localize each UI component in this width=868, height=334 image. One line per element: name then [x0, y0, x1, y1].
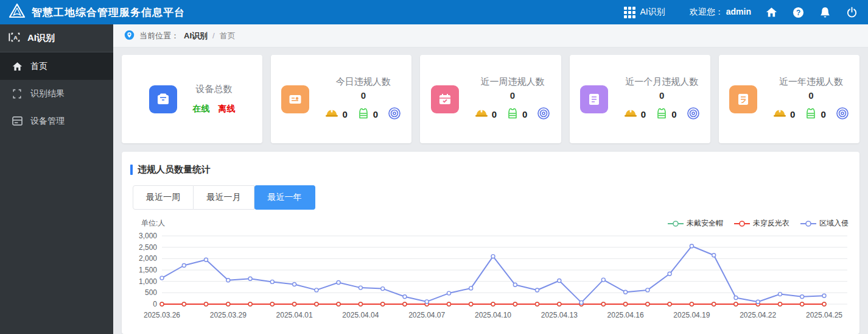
- tab-last-year[interactable]: 最近一年: [254, 185, 315, 210]
- sidebar-item-device-management[interactable]: 设备管理: [0, 107, 113, 135]
- svg-text:2025.04.22: 2025.04.22: [740, 311, 776, 319]
- card-title: 设备总数: [196, 84, 233, 95]
- svg-text:2025.04.19: 2025.04.19: [673, 311, 710, 319]
- spiral-icon: [687, 107, 700, 123]
- svg-text:1,000: 1,000: [139, 277, 157, 286]
- sidebar-item-label: 识别结果: [30, 88, 65, 99]
- stat-card-device-total: 设备总数 在线 离线: [122, 55, 262, 143]
- spiral-icon: [388, 107, 401, 123]
- vest-count: 0: [522, 109, 527, 119]
- sidebar-item-label: 首页: [30, 61, 47, 72]
- home-icon[interactable]: [765, 5, 778, 19]
- violations-chart-card: 违规人员数量统计 最近一周 最近一月 最近一年 单位:人 未戴安全帽: [122, 152, 859, 334]
- apps-grid-icon: [624, 7, 635, 18]
- legend-item-helmet[interactable]: 未戴安全帽: [668, 218, 723, 229]
- sidebar-item-recognition-results[interactable]: 识别结果: [0, 80, 113, 107]
- svg-text:A: A: [13, 35, 18, 41]
- offline-label: 离线: [219, 104, 236, 115]
- spiral-icon: [537, 107, 550, 123]
- sidebar-item-home[interactable]: 首页: [0, 52, 113, 80]
- card-title: 近一个月违规人数: [625, 76, 698, 88]
- bell-icon[interactable]: [818, 5, 831, 19]
- svg-text:2025.04.01: 2025.04.01: [276, 311, 313, 319]
- tab-last-month[interactable]: 最近一月: [194, 185, 254, 210]
- svg-text:2025.04.13: 2025.04.13: [541, 311, 578, 319]
- svg-text:1,500: 1,500: [139, 266, 157, 274]
- sidebar-title: AI识别: [27, 32, 55, 44]
- svg-text:2,500: 2,500: [139, 243, 157, 252]
- helmet-icon: [624, 108, 637, 121]
- violations-line-chart: 05001,0001,5002,0002,5003,0002025.03.262…: [130, 230, 851, 325]
- svg-text:2025.03.26: 2025.03.26: [144, 311, 180, 319]
- svg-text:2025.04.07: 2025.04.07: [408, 311, 445, 319]
- stat-card-today-violations: 今日违规人数 0 0 0: [271, 55, 411, 143]
- vest-count: 0: [671, 109, 676, 119]
- card-title: 近一年违规人数: [779, 76, 843, 88]
- report-icon: [580, 85, 608, 113]
- breadcrumb: 当前位置： AI识别 / 首页: [113, 24, 868, 48]
- sidebar-item-label: 设备管理: [30, 116, 65, 127]
- legend-item-vest[interactable]: 未穿反光衣: [734, 218, 789, 229]
- helmet-icon: [475, 108, 488, 121]
- helmet-count: 0: [790, 109, 795, 119]
- stat-card-year-violations: 近一年违规人数 0 0 0: [719, 55, 859, 143]
- helmet-icon: [773, 108, 786, 121]
- helmet-icon: [325, 108, 338, 121]
- helmet-count: 0: [342, 109, 347, 119]
- section-title: 违规人员数量统计: [130, 164, 851, 176]
- unit-label: 单位:人: [141, 218, 165, 229]
- chart-meta-row: 单位:人 未戴安全帽 未穿反光衣 区域入侵: [141, 218, 849, 229]
- chart-legend: 未戴安全帽 未穿反光衣 区域入侵: [668, 218, 849, 229]
- spiral-icon: [836, 107, 849, 123]
- power-icon[interactable]: [845, 5, 858, 19]
- range-tabs: 最近一周 最近一月 最近一年: [133, 185, 851, 210]
- stat-card-month-violations: 近一个月违规人数 0 0 0: [570, 55, 710, 143]
- card-total: 0: [808, 90, 813, 101]
- brand: 智慧工地综合管理服务信息平台: [9, 3, 185, 21]
- breadcrumb-prefix: 当前位置：: [139, 30, 179, 41]
- svg-text:2025.04.10: 2025.04.10: [475, 311, 511, 319]
- helmet-count: 0: [492, 109, 497, 119]
- sidebar-nav: 首页 识别结果 设备管理: [0, 52, 113, 135]
- main-content: 当前位置： AI识别 / 首页 设备总数 在线 离线: [113, 24, 868, 334]
- username: admin: [726, 7, 751, 18]
- stat-cards-row: 设备总数 在线 离线 今日违规人数 0: [122, 55, 859, 143]
- page: 智慧工地综合管理服务信息平台 AI识别 欢迎您： admin ?: [0, 0, 868, 334]
- svg-text:2025.03.29: 2025.03.29: [210, 311, 247, 319]
- welcome-text: 欢迎您： admin: [690, 7, 751, 18]
- sidebar: A AI识别 首页 识别结果: [0, 24, 113, 334]
- document-icon: [729, 85, 757, 113]
- home-icon: [11, 62, 23, 71]
- stat-card-week-violations: 近一周违规人数 0 0 0: [420, 55, 561, 143]
- location-pin-icon: [124, 30, 135, 42]
- card-total: 0: [510, 90, 515, 101]
- svg-text:2025.04.25: 2025.04.25: [806, 311, 842, 319]
- breadcrumb-current: 首页: [220, 30, 236, 41]
- svg-text:2025.04.16: 2025.04.16: [607, 311, 644, 319]
- title-accent-bar: [130, 165, 133, 175]
- vest-icon: [656, 108, 668, 121]
- legend-item-intrusion[interactable]: 区域入侵: [800, 218, 849, 229]
- device-icon: [11, 116, 23, 126]
- breadcrumb-root: AI识别: [184, 30, 208, 41]
- helmet-count: 0: [641, 109, 646, 119]
- vest-count: 0: [373, 109, 378, 119]
- top-bar: 智慧工地综合管理服务信息平台 AI识别 欢迎您： admin ?: [0, 0, 868, 24]
- welcome-label: 欢迎您：: [690, 7, 724, 18]
- vest-icon: [357, 108, 369, 121]
- svg-text:500: 500: [145, 288, 157, 297]
- app-title: 智慧工地综合管理服务信息平台: [32, 5, 185, 20]
- app-switcher[interactable]: AI识别: [624, 7, 665, 18]
- sidebar-header: A AI识别: [0, 24, 113, 52]
- app-switcher-label: AI识别: [640, 7, 665, 18]
- section-title-text: 违规人员数量统计: [138, 164, 211, 176]
- id-card-icon: [281, 85, 309, 113]
- tab-last-week[interactable]: 最近一周: [133, 185, 194, 210]
- svg-text:3,000: 3,000: [139, 232, 157, 240]
- scan-frame-icon: [11, 89, 23, 99]
- svg-text:2,000: 2,000: [139, 254, 157, 263]
- help-icon[interactable]: ?: [791, 5, 805, 19]
- svg-text:2025.04.04: 2025.04.04: [342, 311, 379, 319]
- breadcrumb-separator: /: [212, 31, 215, 40]
- vest-icon: [805, 108, 817, 121]
